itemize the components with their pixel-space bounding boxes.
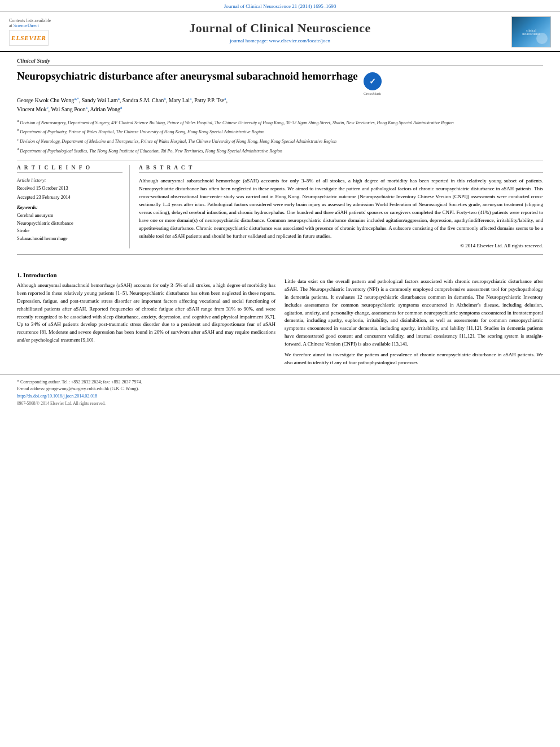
corresponding-note: * Corresponding author. Tel.: +852 2632 … xyxy=(17,379,543,385)
affil-b: b Department of Psychiatry, Prince of Wa… xyxy=(17,127,543,136)
received-date: Received 15 October 2013 xyxy=(17,185,123,191)
journal-title: Journal of Clinical Neuroscience xyxy=(54,21,506,36)
author-patty: Patty P.P. Tse xyxy=(194,97,224,103)
journal-ref-text: Journal of Clinical Neuroscience 21 (201… xyxy=(224,3,336,9)
doi-link[interactable]: http://dx.doi.org/10.1016/j.jocn.2014.02… xyxy=(17,394,97,399)
info-abstract-section: A R T I C L E I N F O Article history: R… xyxy=(17,165,543,255)
article-info-column: A R T I C L E I N F O Article history: R… xyxy=(17,165,130,248)
elsevier-branding: Contents lists available at ScienceDirec… xyxy=(9,18,54,46)
main-body: 1. Introduction Although aneurysmal suba… xyxy=(0,266,560,370)
intro-section-title: 1. Introduction xyxy=(17,272,275,278)
affil-c: c Division of Neurology, Department of M… xyxy=(17,137,543,145)
history-label: Article history: xyxy=(17,177,123,183)
elsevier-logo: ELSEVIER xyxy=(9,30,49,46)
homepage-url[interactable]: www.elsevier.com/locate/jocn xyxy=(269,38,330,43)
keyword-sah: Subarachnoid hemorrhage xyxy=(17,235,123,243)
keywords-list: Cerebral aneurysm Neuropsychiatric distu… xyxy=(17,212,123,242)
article-type: Clinical Study xyxy=(17,58,543,66)
keyword-stroke: Stroke xyxy=(17,227,123,235)
author-sandy: Sandy Wai Lam xyxy=(82,97,118,103)
crossmark-icon: ✓ xyxy=(364,72,382,90)
science-direct-link[interactable]: ScienceDirect xyxy=(14,23,39,28)
journal-homepage: journal homepage: www.elsevier.com/locat… xyxy=(54,38,506,43)
affiliations-section: a Division of Neurosurgery, Department o… xyxy=(17,118,543,161)
article-content: Clinical Study Neuropsychiatric disturba… xyxy=(0,52,560,266)
author-wai-sang: Wai Sang Poon xyxy=(51,107,85,113)
abstract-column: A B S T R A C T Although aneurysmal suba… xyxy=(139,165,543,248)
doi-footer: http://dx.doi.org/10.1016/j.jocn.2014.02… xyxy=(17,394,543,399)
author-vincent: Vincent Mok xyxy=(17,107,46,113)
accepted-date: Accepted 23 February 2014 xyxy=(17,194,123,200)
author-mary: Mary Lai xyxy=(169,97,190,103)
email-note: E-mail address: georgewong@surgery.cuhk.… xyxy=(17,386,543,391)
abstract-header: A B S T R A C T xyxy=(139,165,543,173)
crossmark-label: CrossMark xyxy=(364,91,382,96)
article-title: Neuropsychiatric disturbance after aneur… xyxy=(17,69,358,84)
abstract-text: Although aneurysmal subarachnoid hemorrh… xyxy=(139,177,543,241)
affil-a: a Division of Neurosurgery, Department o… xyxy=(17,118,543,126)
copyright: © 2014 Elsevier Ltd. All rights reserved… xyxy=(139,243,543,248)
author-adrian: Adrian Wong xyxy=(90,107,120,113)
keyword-cerebral: Cerebral aneurysm xyxy=(17,212,123,220)
affil-d: d Department of Psychological Studies, T… xyxy=(17,146,543,155)
intro-right-text: Little data exist on the overall pattern… xyxy=(285,278,543,367)
journal-reference-bar: Journal of Clinical Neuroscience 21 (201… xyxy=(0,0,560,12)
journal-header: Contents lists available at ScienceDirec… xyxy=(0,12,560,52)
authors-line: George Kwok Chu Wonga,*, Sandy Wai Lama,… xyxy=(17,96,543,115)
intro-left-text: Although aneurysmal subarachnoid hemorrh… xyxy=(17,282,275,345)
page: Journal of Clinical Neuroscience 21 (201… xyxy=(0,0,560,747)
elsevier-logo-text: ELSEVIER xyxy=(11,34,46,41)
keywords-title: Keywords: xyxy=(17,204,123,210)
journal-cover-image: clinicalneuroscience xyxy=(511,16,551,47)
journal-title-section: Journal of Clinical Neuroscience journal… xyxy=(54,21,506,43)
keyword-neuropsychiatric: Neuropsychiatric disturbance xyxy=(17,220,123,228)
main-right-column: Little data exist on the overall pattern… xyxy=(285,266,543,370)
author-george: George Kwok Chu Wong xyxy=(17,97,74,103)
footer-section: * Corresponding author. Tel.: +852 2632 … xyxy=(0,374,560,410)
article-info-header: A R T I C L E I N F O xyxy=(17,165,123,173)
crossmark-badge: ✓ CrossMark xyxy=(364,72,382,96)
main-left-column: 1. Introduction Although aneurysmal suba… xyxy=(17,266,275,370)
contents-available-text: Contents lists available at ScienceDirec… xyxy=(9,18,54,28)
author-sandra: Sandra S.M. Chan xyxy=(123,97,164,103)
issn-footer: 0967-5868/© 2014 Elsevier Ltd. All right… xyxy=(17,401,543,406)
journal-thumbnail: clinicalneuroscience xyxy=(506,16,551,47)
